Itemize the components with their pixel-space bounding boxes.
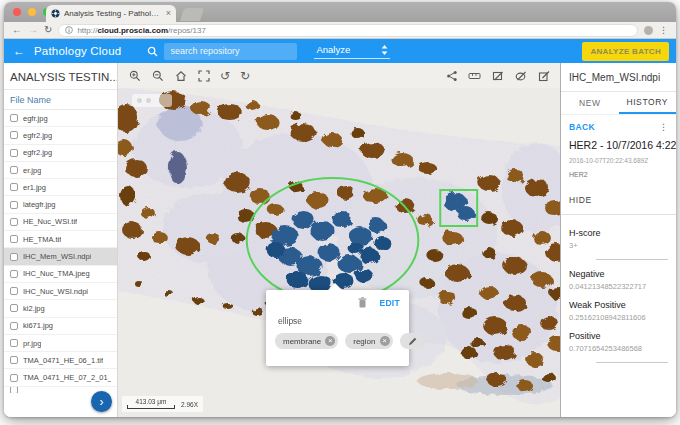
- file-checkbox[interactable]: [10, 374, 18, 382]
- file-checkbox[interactable]: [10, 131, 18, 139]
- file-row[interactable]: egfr2.jpg: [4, 145, 117, 162]
- file-row[interactable]: IHC_Nuc_WSI.ndpi: [4, 283, 117, 300]
- draw-ellipse-icon[interactable]: [514, 69, 527, 82]
- file-checkbox[interactable]: [10, 235, 18, 243]
- app-back-icon[interactable]: ←: [13, 44, 25, 58]
- draw-rectangle-icon[interactable]: [491, 69, 504, 82]
- analysis-entry-title[interactable]: HER2 - 10/7/2016 4:22...: [561, 136, 676, 151]
- next-page-button[interactable]: ›: [91, 391, 112, 412]
- delete-annotation-icon[interactable]: [358, 297, 367, 308]
- file-row[interactable]: ki2.jpg: [4, 300, 117, 317]
- url-field[interactable]: http://cloud.proscia.com/repos/137: [58, 24, 638, 37]
- metric-value: 0.7071654253486568: [569, 344, 668, 353]
- tag-label: region: [353, 337, 375, 346]
- app-toolbar: ← Pathology Cloud Analyze ANALYZE BATCH: [4, 39, 676, 63]
- file-list: egfr.jpg egfr2.jpg egfr2.jpg er.jpg er1.…: [4, 110, 117, 417]
- entry-menu-icon[interactable]: ⋮: [659, 123, 668, 132]
- analysis-timestamp: 2016-10-07T20:22:43.689Z: [561, 151, 676, 164]
- share-icon[interactable]: [445, 69, 458, 82]
- file-row-selected[interactable]: IHC_Mem_WSI.ndpi: [4, 248, 117, 265]
- file-row[interactable]: HE_TMA.tif: [4, 231, 117, 248]
- annotation-shape-label: ellipse: [278, 316, 302, 326]
- file-row[interactable]: TMA_0471_HE_06_1.tif: [4, 352, 117, 369]
- browser-back-icon[interactable]: ←: [12, 25, 22, 35]
- file-checkbox[interactable]: [10, 287, 18, 295]
- file-checkbox[interactable]: [10, 149, 18, 157]
- add-tag-button[interactable]: [400, 333, 426, 349]
- app-title: Pathology Cloud: [34, 45, 121, 57]
- tab-history[interactable]: HISTORY: [619, 92, 677, 114]
- overlay-dot-icon: [137, 98, 142, 103]
- panel-tabs: NEW HISTORY: [561, 92, 676, 115]
- file-row[interactable]: TMA_0471_HE_07_2_01_02.png: [4, 369, 117, 386]
- file-checkbox[interactable]: [10, 201, 18, 209]
- file-row[interactable]: IHC_Nuc_TMA.jpeg: [4, 266, 117, 283]
- rotate-cw-icon[interactable]: ↻: [240, 70, 250, 82]
- hide-link[interactable]: HIDE: [561, 178, 676, 214]
- viewer-overlay-control[interactable]: [132, 94, 172, 107]
- back-link[interactable]: BACK: [569, 122, 595, 132]
- edit-annotation-link[interactable]: EDIT: [379, 298, 400, 308]
- home-icon[interactable]: [174, 69, 187, 82]
- file-checkbox[interactable]: [10, 183, 18, 191]
- file-name-column-header[interactable]: File Name: [4, 90, 117, 110]
- file-checkbox[interactable]: [10, 253, 18, 261]
- analyze-dropdown-label: Analyze: [316, 44, 350, 55]
- tab-close-icon[interactable]: ×: [166, 9, 171, 18]
- metric-label: H-score: [569, 228, 668, 238]
- file-row[interactable]: er1.jpg: [4, 179, 117, 196]
- favicon-icon: [51, 9, 60, 18]
- panel-filename: IHC_Mem_WSI.ndpi: [561, 63, 676, 92]
- zoom-in-icon[interactable]: [128, 69, 141, 82]
- file-checkbox[interactable]: [10, 304, 18, 312]
- file-checkbox[interactable]: [10, 114, 18, 122]
- browser-extension-icon[interactable]: [644, 26, 653, 35]
- file-row[interactable]: HE_Nuc_WSI.tif: [4, 214, 117, 231]
- minimize-window-button[interactable]: [28, 8, 36, 16]
- browser-menu-icon[interactable]: ⋮: [659, 26, 668, 35]
- file-row[interactable]: lategfr.jpg: [4, 196, 117, 213]
- new-tab-button[interactable]: [180, 8, 204, 21]
- file-row[interactable]: pr.jpg: [4, 335, 117, 352]
- file-checkbox[interactable]: [10, 270, 18, 278]
- analysis-panel: IHC_Mem_WSI.ndpi NEW HISTORY BACK ⋮ HER2…: [560, 63, 676, 417]
- file-checkbox[interactable]: [10, 339, 18, 347]
- browser-window: Analysis Testing - Pathology C × ← → ↻ h…: [4, 2, 676, 417]
- tag-chip-membrane[interactable]: membrane ×: [275, 333, 338, 349]
- scale-ruler: 413.03 μm: [127, 398, 175, 409]
- browser-forward-icon[interactable]: →: [28, 25, 38, 35]
- repository-sidebar: ANALYSIS TESTIN... File Name egfr.jpg eg…: [4, 63, 118, 417]
- rotate-ccw-icon[interactable]: ↺: [220, 70, 230, 82]
- file-checkbox[interactable]: [10, 166, 18, 174]
- file-checkbox[interactable]: [10, 218, 18, 226]
- fullscreen-icon[interactable]: [197, 69, 210, 82]
- file-row[interactable]: ki671.jpg: [4, 318, 117, 335]
- analysis-entry-label: HER2: [561, 164, 676, 178]
- repository-title: ANALYSIS TESTIN...: [4, 63, 117, 90]
- scalebar-overlay: 413.03 μm 2.96X: [122, 396, 203, 412]
- file-checkbox[interactable]: [10, 387, 18, 393]
- file-checkbox[interactable]: [10, 356, 18, 364]
- scalebar-toggle-icon[interactable]: [468, 69, 481, 82]
- zoom-out-icon[interactable]: [151, 69, 164, 82]
- file-name: egfr2.jpg: [23, 148, 52, 157]
- remove-tag-icon[interactable]: ×: [325, 336, 335, 346]
- compose-annotation-icon[interactable]: [537, 69, 550, 82]
- search-input[interactable]: [164, 43, 297, 60]
- remove-tag-icon[interactable]: ×: [380, 336, 390, 346]
- file-name: pr.jpg: [23, 339, 41, 348]
- tag-chip-region[interactable]: region ×: [345, 333, 392, 349]
- file-checkbox[interactable]: [10, 322, 18, 330]
- slide-stage[interactable]: EDIT ellipse membrane × region ×: [118, 88, 560, 417]
- analyze-dropdown[interactable]: Analyze: [314, 43, 390, 59]
- close-window-button[interactable]: [13, 8, 21, 16]
- metric-value: 3+: [569, 241, 668, 250]
- file-row[interactable]: egfr.jpg: [4, 110, 117, 127]
- tab-new[interactable]: NEW: [561, 92, 619, 114]
- file-row[interactable]: egfr2.jpg: [4, 127, 117, 144]
- file-row[interactable]: er.jpg: [4, 162, 117, 179]
- page-info-icon[interactable]: [65, 26, 73, 34]
- browser-refresh-icon[interactable]: ↻: [44, 25, 52, 35]
- browser-tab[interactable]: Analysis Testing - Pathology C ×: [46, 5, 176, 22]
- analyze-batch-button[interactable]: ANALYZE BATCH: [582, 42, 669, 61]
